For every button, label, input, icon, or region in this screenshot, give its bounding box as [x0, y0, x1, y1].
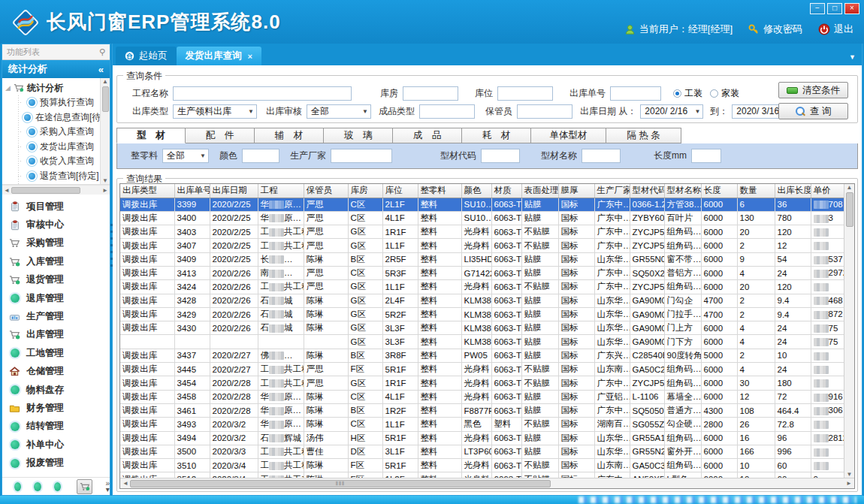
- table-cell[interactable]: GA90M08.: [630, 321, 664, 335]
- table-cell[interactable]: 贴膜: [521, 211, 558, 225]
- table-cell[interactable]: 整料: [418, 349, 461, 362]
- table-cell[interactable]: 2020/2/25: [210, 239, 258, 252]
- tree-item-采购入库查询[interactable]: 采购入库查询: [16, 125, 100, 140]
- location-input[interactable]: [497, 86, 553, 101]
- table-cell[interactable]: 2020/2/27: [210, 363, 258, 376]
- table-row[interactable]: 调拨出库34032020/2/25工共工程严思G区1R1F整料光身料6063-T…: [120, 225, 844, 239]
- module-dot-icon[interactable]: [34, 482, 41, 491]
- table-cell[interactable]: F区: [348, 363, 382, 376]
- table-cell[interactable]: 国标: [558, 349, 594, 362]
- table-row[interactable]: 调拨出库34242020/2/26工共工程严思G区1L1F整料光身料6063-T…: [120, 280, 844, 294]
- table-row[interactable]: 调拨出库34942020/3/2石辉城汤伟H区5R1F整料光身料6063-T5贴…: [120, 431, 844, 445]
- column-header-保管员[interactable]: 保管员: [304, 184, 348, 198]
- table-cell[interactable]: 16: [737, 431, 775, 445]
- table-cell[interactable]: 2020/3/2: [210, 431, 258, 445]
- table-cell[interactable]: 广亚铝…: [594, 390, 630, 403]
- table-cell[interactable]: 调拨出库: [120, 390, 174, 403]
- table-row[interactable]: 调拨出库34612020/2/28华原…陈琳B区1R2F整料F8877FT606…: [120, 403, 844, 417]
- table-cell[interactable]: G区: [348, 239, 382, 252]
- column-header-材质[interactable]: 材质: [491, 184, 521, 198]
- table-cell[interactable]: 整料: [418, 445, 461, 458]
- table-cell[interactable]: 2020/2/28: [210, 403, 258, 417]
- table-cell[interactable]: 2: [737, 349, 775, 362]
- table-cell[interactable]: 不贴膜: [521, 418, 558, 431]
- tree-vertical-scrollbar[interactable]: ▲ ▼: [100, 78, 110, 184]
- table-row[interactable]: 调拨出库33992020/2/25华原…严思C区2L1F整料SU10…6063-…: [120, 198, 844, 211]
- table-cell[interactable]: 石辉城: [258, 431, 304, 445]
- scroll-up-icon[interactable]: ▲: [847, 184, 853, 191]
- table-cell[interactable]: 0: [811, 472, 844, 478]
- table-cell[interactable]: 整料: [418, 294, 461, 307]
- table-cell[interactable]: G区: [348, 225, 382, 239]
- table-cell[interactable]: KLM3817: [461, 335, 491, 349]
- table-cell[interactable]: 6063-T5: [491, 349, 521, 362]
- table-cell[interactable]: SU10…: [461, 211, 491, 225]
- table-cell[interactable]: 调拨出库: [120, 376, 174, 390]
- clear-conditions-button[interactable]: 清空条件: [778, 82, 848, 98]
- table-cell[interactable]: G71422: [461, 266, 491, 279]
- table-cell[interactable]: 9: [737, 252, 775, 266]
- table-cell[interactable]: 1L2F: [382, 472, 418, 478]
- table-cell[interactable]: [120, 335, 174, 349]
- table-cell[interactable]: 6063-T5: [491, 307, 521, 321]
- table-cell[interactable]: 山东华…: [594, 252, 630, 266]
- table-cell[interactable]: 山东华…: [594, 445, 630, 458]
- table-cell[interactable]: 6063-T5: [491, 390, 521, 403]
- table-cell[interactable]: 1L1F: [382, 280, 418, 294]
- date-from-select[interactable]: 2020/ 2/16▼: [640, 104, 703, 119]
- table-cell[interactable]: 国标: [558, 376, 594, 390]
- table-cell[interactable]: 整料: [418, 307, 461, 321]
- table-cell[interactable]: 1R2F: [382, 403, 418, 417]
- table-cell[interactable]: 9.4: [775, 307, 811, 321]
- table-cell[interactable]: 贴膜: [521, 390, 558, 403]
- table-cell[interactable]: 华原…: [258, 198, 304, 211]
- material-tab-玻璃[interactable]: 玻 璃: [324, 128, 393, 143]
- table-cell[interactable]: 3L3F: [382, 321, 418, 335]
- grid-vscroll-thumb[interactable]: [846, 192, 853, 227]
- column-header-单价[interactable]: 单价: [811, 184, 844, 198]
- table-cell[interactable]: 贴膜: [521, 349, 558, 362]
- sidebar-module-补单中心[interactable]: 补单中心: [2, 436, 110, 454]
- table-cell[interactable]: 4700: [701, 307, 737, 321]
- table-cell[interactable]: 3437: [174, 349, 210, 362]
- column-header-出库单号[interactable]: 出库单号: [174, 184, 210, 198]
- table-cell[interactable]: 1R1F: [382, 225, 418, 239]
- table-cell[interactable]: 120: [775, 280, 811, 294]
- table-cell[interactable]: 6063-T5: [491, 239, 521, 252]
- warehouse-input[interactable]: [403, 86, 458, 101]
- table-cell[interactable]: 普通方…: [664, 403, 701, 417]
- table-cell[interactable]: 整料: [418, 459, 461, 472]
- table-cell[interactable]: 3512: [174, 472, 210, 478]
- table-cell[interactable]: 整料: [418, 266, 461, 279]
- table-cell[interactable]: 国标: [558, 390, 594, 403]
- column-header-整零料[interactable]: 整零料: [418, 184, 461, 198]
- table-cell[interactable]: 调拨出库: [120, 418, 174, 431]
- table-cell[interactable]: 窗外开…: [664, 445, 701, 458]
- table-cell[interactable]: 9.4: [775, 294, 811, 307]
- table-cell[interactable]: 6000: [701, 390, 737, 403]
- table-cell[interactable]: 3428: [174, 294, 210, 307]
- table-cell[interactable]: 2L1F: [382, 198, 418, 211]
- table-cell[interactable]: 6063-T5: [491, 225, 521, 239]
- material-tab-耗材[interactable]: 耗 材: [462, 128, 531, 143]
- table-cell[interactable]: 调拨出库: [120, 472, 174, 478]
- table-cell[interactable]: 山东南…: [594, 363, 630, 376]
- table-cell[interactable]: 贴膜: [521, 321, 558, 335]
- table-cell[interactable]: 陈琳: [304, 403, 348, 417]
- table-cell[interactable]: 石城: [258, 294, 304, 307]
- table-cell[interactable]: 4300: [701, 403, 737, 417]
- table-cell[interactable]: 4700: [701, 294, 737, 307]
- table-cell[interactable]: 国标: [558, 225, 594, 239]
- tab-overflow-icon[interactable]: ▼: [849, 53, 856, 61]
- table-cell[interactable]: 3R8F: [382, 349, 418, 362]
- table-cell[interactable]: 光身料: [461, 225, 491, 239]
- whole-piece-select[interactable]: 全部▼: [162, 149, 209, 163]
- table-row[interactable]: 调拨出库34282020/2/26石城陈琳G区2L4F整料KLM38176063…: [120, 294, 844, 307]
- table-cell[interactable]: 整料: [418, 211, 461, 225]
- table-cell[interactable]: 国标: [558, 211, 594, 225]
- material-tab-辅材[interactable]: 辅 材: [255, 128, 324, 143]
- table-cell[interactable]: 塑料: [491, 418, 521, 431]
- table-cell[interactable]: GA90M07.: [630, 307, 664, 321]
- table-cell[interactable]: 2020/2/26: [210, 294, 258, 307]
- material-tab-型材[interactable]: 型 材: [116, 128, 186, 143]
